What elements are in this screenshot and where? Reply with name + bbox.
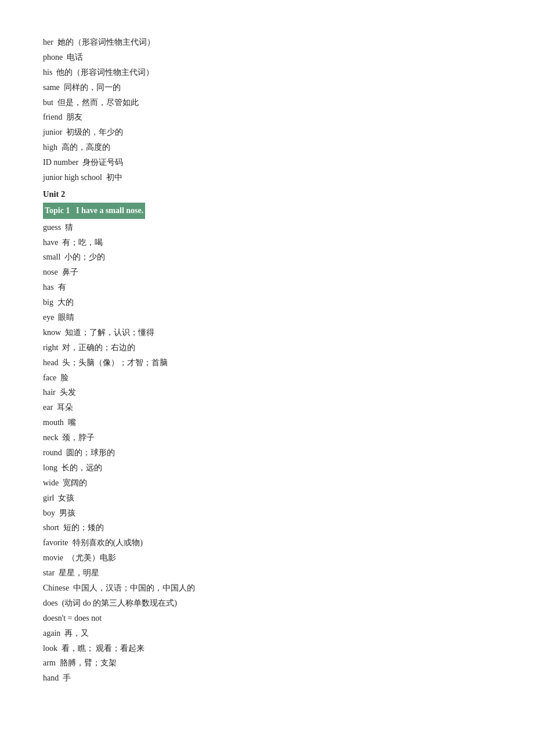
vocab-item: arm 胳膊，臂；支架 — [43, 656, 491, 671]
vocab-item: but 但是，然而，尽管如此 — [43, 95, 491, 110]
vocab-item: again 再，又 — [43, 626, 491, 641]
vocab-item: head 头；头脑（像）；才智；首脑 — [43, 355, 491, 370]
vocab-item: girl 女孩 — [43, 491, 491, 506]
vocab-item: junior high school 初中 — [43, 170, 491, 185]
vocab-item: has 有 — [43, 280, 491, 295]
vocab-item: wide 宽阔的 — [43, 476, 491, 491]
vocab-item: star 星星，明星 — [43, 566, 491, 581]
vocab-item: hand 手 — [43, 671, 491, 686]
vocab-item: same 同样的，同一的 — [43, 80, 491, 95]
vocab-item: doesn't = does not — [43, 611, 491, 626]
vocab-item: big 大的 — [43, 295, 491, 310]
vocab-list: her 她的（形容词性物主代词）phone 电话his 他的（形容词性物主代词）… — [43, 35, 491, 686]
vocab-item: eye 眼睛 — [43, 310, 491, 325]
vocab-item: guess 猜 — [43, 220, 491, 235]
vocab-item: right 对，正确的；右边的 — [43, 340, 491, 355]
vocab-item: round 圆的；球形的 — [43, 445, 491, 460]
vocab-item: short 短的；矮的 — [43, 520, 491, 535]
vocab-item: favorite 特别喜欢的(人或物) — [43, 535, 491, 550]
vocab-item: small 小的；少的 — [43, 250, 491, 265]
vocab-item: phone 电话 — [43, 50, 491, 65]
vocab-item: friend 朋友 — [43, 110, 491, 125]
vocab-item: have 有；吃，喝 — [43, 235, 491, 250]
vocab-item: her 她的（形容词性物主代词） — [43, 35, 491, 50]
vocab-item: high 高的，高度的 — [43, 140, 491, 155]
vocab-item: mouth 嘴 — [43, 415, 491, 430]
vocab-item: long 长的，远的 — [43, 460, 491, 476]
vocab-item: Chinese 中国人，汉语；中国的，中国人的 — [43, 581, 491, 596]
vocab-item: face 脸 — [43, 370, 491, 386]
topic-heading: Topic 1 I have a small nose. — [43, 203, 491, 220]
vocab-item: look 看，瞧； 观看；看起来 — [43, 641, 491, 656]
vocab-item: nose 鼻子 — [43, 265, 491, 280]
vocab-item: hair 头发 — [43, 385, 491, 400]
vocab-item: neck 颈，脖子 — [43, 430, 491, 445]
unit-heading: Unit 2 — [43, 186, 491, 202]
vocab-item: know 知道；了解，认识；懂得 — [43, 325, 491, 340]
vocab-item: does (动词 do 的第三人称单数现在式) — [43, 596, 491, 611]
vocab-item: his 他的（形容词性物主代词） — [43, 65, 491, 80]
vocab-item: junior 初级的，年少的 — [43, 125, 491, 140]
vocab-item: ID number 身份证号码 — [43, 155, 491, 170]
vocab-item: boy 男孩 — [43, 506, 491, 521]
vocab-item: ear 耳朵 — [43, 400, 491, 415]
vocab-item: movie （尤美）电影 — [43, 550, 491, 566]
